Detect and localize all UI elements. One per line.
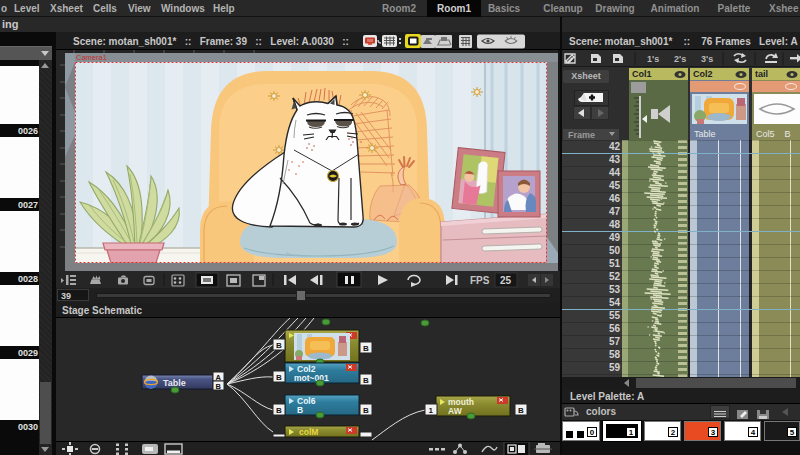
svg-text:3's: 3's: [701, 54, 713, 64]
svg-text:colM: colM: [299, 427, 318, 437]
svg-text:B: B: [276, 373, 282, 382]
svg-text:B: B: [518, 406, 524, 415]
svg-text:B: B: [363, 376, 369, 385]
svg-text:B: B: [363, 406, 369, 415]
svg-text:AW: AW: [448, 406, 463, 416]
svg-text:B: B: [216, 382, 222, 391]
svg-text:A: A: [216, 373, 222, 382]
svg-text:B: B: [297, 405, 303, 415]
svg-text:B: B: [276, 341, 282, 350]
svg-text:1's: 1's: [647, 54, 659, 64]
svg-text:2's: 2's: [674, 54, 686, 64]
svg-text:1: 1: [429, 406, 434, 415]
svg-text:25: 25: [500, 275, 512, 286]
svg-text:FPS: FPS: [470, 275, 490, 286]
svg-text:Table: Table: [163, 378, 186, 388]
svg-text:B: B: [363, 344, 369, 353]
svg-text:B: B: [276, 406, 282, 415]
svg-text:Camera1: Camera1: [76, 53, 107, 62]
